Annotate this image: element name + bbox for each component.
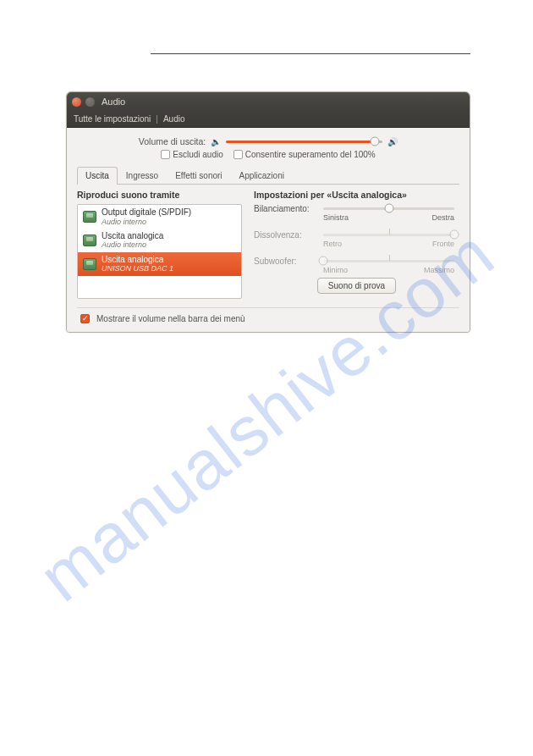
fade-slider — [323, 230, 454, 239]
tab-content: Riproduci suono tramite Output digitale … — [77, 185, 459, 307]
slider-thumb[interactable] — [384, 204, 393, 213]
output-volume-row: Volume di uscita: 🔈 🔊 — [77, 136, 459, 146]
tab-output[interactable]: Uscita — [77, 167, 118, 185]
sound-card-icon — [83, 258, 96, 270]
output-volume-label: Volume di uscita: — [139, 136, 206, 146]
subwoofer-slider — [323, 257, 454, 265]
show-in-menubar-checkbox[interactable] — [80, 314, 90, 323]
list-item[interactable]: Uscita analogica UNISON USB DAC 1 — [78, 252, 241, 276]
subwoofer-label: Subwoofer: — [254, 257, 315, 266]
breadcrumb-current: Audio — [163, 114, 185, 124]
fade-label: Dissolvenza: — [254, 230, 315, 240]
breadcrumb-all-settings[interactable]: Tutte le impostazioni — [74, 114, 151, 124]
sound-card-icon — [83, 211, 96, 223]
balance-slider[interactable] — [323, 204, 454, 212]
output-device-column: Riproduci suono tramite Output digitale … — [77, 190, 242, 299]
allow-over-100-checkbox[interactable]: Consentire superamento del 100% — [234, 150, 376, 159]
balance-label: Bilanciamento: — [254, 204, 315, 213]
fade-front-label: Fronte — [432, 240, 454, 248]
test-sound-row: Suono di prova — [254, 278, 459, 294]
show-in-menubar-label: Mostrare il volume nella barra dei menù — [96, 314, 245, 323]
balance-right-label: Destra — [431, 213, 454, 222]
balance-slider-wrap: Sinistra Destra — [323, 204, 459, 222]
subwoofer-min-label: Minimo — [323, 266, 348, 274]
slider-thumb[interactable] — [370, 137, 379, 146]
fade-rear-label: Retro — [323, 240, 342, 248]
output-device-list[interactable]: Output digitale (S/PDIF) Audio interno U… — [77, 204, 242, 299]
tab-sound-effects[interactable]: Effetti sonori — [167, 167, 230, 185]
subwoofer-max-label: Massimo — [424, 266, 454, 274]
slider-thumb — [450, 230, 459, 240]
device-name: Output digitale (S/PDIF) — [102, 207, 191, 218]
subwoofer-slider-wrap: Minimo Massimo — [323, 257, 459, 274]
close-icon[interactable] — [72, 97, 81, 107]
slider-thumb — [319, 257, 328, 266]
window-titlebar[interactable]: Audio — [67, 92, 470, 111]
checkbox-icon[interactable] — [234, 150, 243, 159]
breadcrumb: Tutte le impostazioni | Audio — [67, 111, 470, 128]
balance-left-label: Sinistra — [323, 213, 349, 222]
device-name: Uscita analogica — [102, 255, 173, 265]
audio-settings-window: Audio Tutte le impostazioni | Audio Volu… — [66, 91, 470, 333]
device-sub: Audio interno — [102, 218, 191, 226]
tab-input[interactable]: Ingresso — [118, 167, 167, 185]
tabs: Uscita Ingresso Effetti sonori Applicazi… — [77, 166, 459, 185]
speaker-high-icon: 🔊 — [387, 137, 398, 146]
tab-applications[interactable]: Applicazioni — [231, 167, 293, 185]
sound-card-icon — [83, 235, 96, 246]
checkbox-icon[interactable] — [161, 150, 170, 159]
test-sound-button[interactable]: Suono di prova — [317, 278, 396, 294]
breadcrumb-separator: | — [156, 114, 158, 124]
fade-slider-wrap: Retro Fronte — [323, 230, 459, 248]
list-item[interactable]: Uscita analogica Audio interno — [78, 229, 241, 252]
output-settings-title: Impostazioni per «Uscita analogica» — [254, 190, 459, 200]
output-device-title: Riproduci suono tramite — [77, 190, 242, 200]
device-sub: UNISON USB DAC 1 — [102, 264, 173, 273]
minimize-icon[interactable] — [85, 97, 95, 107]
panel-body: Volume di uscita: 🔈 🔊 Escludi audio Cons… — [67, 128, 470, 332]
output-settings-column: Impostazioni per «Uscita analogica» Bila… — [254, 190, 459, 299]
device-name: Uscita analogica — [102, 231, 163, 241]
mute-checkbox[interactable]: Escludi audio — [161, 150, 223, 159]
page-rule — [151, 53, 470, 54]
speaker-low-icon: 🔈 — [211, 137, 221, 146]
list-item[interactable]: Output digitale (S/PDIF) Audio interno — [78, 205, 241, 229]
output-volume-slider[interactable] — [226, 137, 382, 146]
volume-options-row: Escludi audio Consentire superamento del… — [77, 150, 459, 159]
footer: Mostrare il volume nella barra dei menù — [77, 307, 459, 327]
device-sub: Audio interno — [102, 240, 163, 249]
window-title: Audio — [102, 97, 125, 107]
output-settings-grid: Bilanciamento: Sinistra Destra Dissolven… — [254, 204, 459, 274]
